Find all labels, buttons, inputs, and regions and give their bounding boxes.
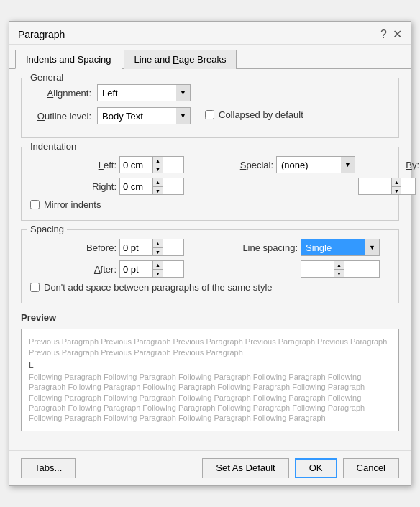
dialog-footer: Tabs... Set As Default OK Cancel <box>9 450 411 485</box>
outline-row: Outline level: Body Text Level 1 Level 2… <box>30 107 390 124</box>
title-bar: Paragraph ? ✕ <box>9 22 411 45</box>
outline-dropdown-wrap: Body Text Level 1 Level 2 ▼ <box>97 107 191 124</box>
preview-section: Preview Previous Paragraph Previous Para… <box>21 312 399 431</box>
after-spinfield: ▲ ▼ <box>119 260 184 278</box>
collapsed-label: Collapsed by default <box>219 109 303 120</box>
line-spacing-label: Line spacing: <box>211 242 298 253</box>
alignment-dropdown[interactable]: Left Center Right Justified <box>97 84 191 101</box>
preview-follow-text: Following Paragraph Following Paragraph … <box>29 372 391 423</box>
right-spin-up[interactable]: ▲ <box>153 178 163 187</box>
after-spin-down[interactable]: ▼ <box>153 270 163 278</box>
dont-add-label: Don't add space between paragraphs of th… <box>44 282 273 293</box>
collapsed-row: Collapsed by default <box>205 109 303 120</box>
alignment-row: Alignment: Left Center Right Justified ▼ <box>30 84 390 101</box>
by-spin-btns: ▲ ▼ <box>391 178 401 194</box>
left-spin-btns: ▲ ▼ <box>152 157 163 173</box>
at-spinfield: ▲ ▼ <box>301 260 380 278</box>
footer-right: Set As Default OK Cancel <box>202 458 399 478</box>
preview-sample-char: L <box>29 360 391 370</box>
outline-dropdown[interactable]: Body Text Level 1 Level 2 <box>97 107 191 124</box>
outline-label: Outline level: <box>30 111 91 122</box>
tab-indents-spacing[interactable]: Indents and Spacing <box>15 50 122 69</box>
before-spin-up[interactable]: ▲ <box>153 239 163 248</box>
at-spin-up[interactable]: ▲ <box>334 261 344 270</box>
preview-box: Previous Paragraph Previous Paragraph Pr… <box>21 329 399 431</box>
by-label: By: <box>358 160 419 170</box>
tab-line-page-breaks-label: Line and Page Breaks <box>134 54 227 65</box>
close-icon[interactable]: ✕ <box>393 27 402 41</box>
left-spin-down[interactable]: ▼ <box>153 165 163 173</box>
before-input[interactable] <box>120 239 152 255</box>
at-spin-btns: ▲ ▼ <box>334 261 344 277</box>
after-input[interactable] <box>120 261 152 277</box>
indentation-title: Indentation <box>27 141 79 152</box>
after-label: After: <box>30 264 117 275</box>
right-input[interactable] <box>120 178 152 194</box>
spacing-section: Spacing Before: ▲ ▼ Line spacing: Single… <box>21 229 399 303</box>
collapsed-checkbox[interactable] <box>205 110 214 119</box>
tab-bar: Indents and Spacing Line and Page Breaks <box>9 45 411 69</box>
by-spinfield: ▲ ▼ <box>358 178 416 195</box>
after-spin-up[interactable]: ▲ <box>153 261 163 270</box>
preview-title: Preview <box>21 312 399 323</box>
at-spin-down[interactable]: ▼ <box>334 270 344 278</box>
right-spinfield: ▲ ▼ <box>119 178 184 195</box>
special-dropdown-wrap: (none) First line Hanging ▼ <box>276 156 355 173</box>
before-spinfield: ▲ ▼ <box>119 239 184 256</box>
by-spin-up[interactable]: ▲ <box>392 178 401 187</box>
general-title: General <box>27 72 66 83</box>
left-input[interactable] <box>120 157 152 173</box>
special-dropdown[interactable]: (none) First line Hanging <box>276 156 348 173</box>
dont-add-checkbox[interactable] <box>30 283 40 292</box>
preview-prev-text: Previous Paragraph Previous Paragraph Pr… <box>29 337 391 357</box>
dialog-title: Paragraph <box>18 29 65 40</box>
mirror-row: Mirror indents <box>30 199 390 210</box>
line-spacing-dropdown[interactable]: Single 1.5 lines Double At least Exactly… <box>301 239 373 256</box>
alignment-label: Alignment: <box>30 88 91 99</box>
at-input[interactable] <box>301 261 334 277</box>
help-icon[interactable]: ? <box>380 28 387 41</box>
by-spin-down[interactable]: ▼ <box>392 187 401 195</box>
ok-button[interactable]: OK <box>295 458 337 478</box>
left-spinfield: ▲ ▼ <box>119 156 184 173</box>
indentation-section: Indentation Left: ▲ ▼ Special: (none) Fi… <box>21 147 399 221</box>
set-default-button[interactable]: Set As Default <box>202 458 288 478</box>
mirror-label: Mirror indents <box>44 199 101 210</box>
alignment-dropdown-wrap: Left Center Right Justified ▼ <box>97 84 191 101</box>
at-label: At: <box>383 242 420 253</box>
dont-add-row: Don't add space between paragraphs of th… <box>30 282 390 293</box>
spacing-title: Spacing <box>27 224 67 234</box>
after-spin-btns: ▲ ▼ <box>152 261 163 277</box>
footer-left: Tabs... <box>21 458 76 478</box>
before-spin-btns: ▲ ▼ <box>152 239 163 255</box>
tabs-button[interactable]: Tabs... <box>21 458 76 478</box>
paragraph-dialog: Paragraph ? ✕ Indents and Spacing Line a… <box>9 21 411 485</box>
line-spacing-dropdown-wrap: Single 1.5 lines Double At least Exactly… <box>301 239 380 256</box>
left-spin-up[interactable]: ▲ <box>153 157 163 165</box>
right-label: Right: <box>30 181 117 192</box>
general-section: General Alignment: Left Center Right Jus… <box>21 78 399 138</box>
before-label: Before: <box>30 242 117 253</box>
right-spin-down[interactable]: ▼ <box>153 187 163 195</box>
dialog-content: General Alignment: Left Center Right Jus… <box>9 69 411 449</box>
title-bar-controls: ? ✕ <box>380 27 402 41</box>
left-label: Left: <box>30 160 117 170</box>
special-label: Special: <box>187 160 273 170</box>
mirror-checkbox[interactable] <box>30 200 40 209</box>
cancel-button[interactable]: Cancel <box>343 458 399 478</box>
right-spin-btns: ▲ ▼ <box>152 178 163 194</box>
tab-line-page-breaks[interactable]: Line and Page Breaks <box>124 50 237 69</box>
before-spin-down[interactable]: ▼ <box>153 248 163 256</box>
by-input[interactable] <box>359 178 391 194</box>
tab-indents-spacing-label: Indents and Spacing <box>26 54 111 65</box>
